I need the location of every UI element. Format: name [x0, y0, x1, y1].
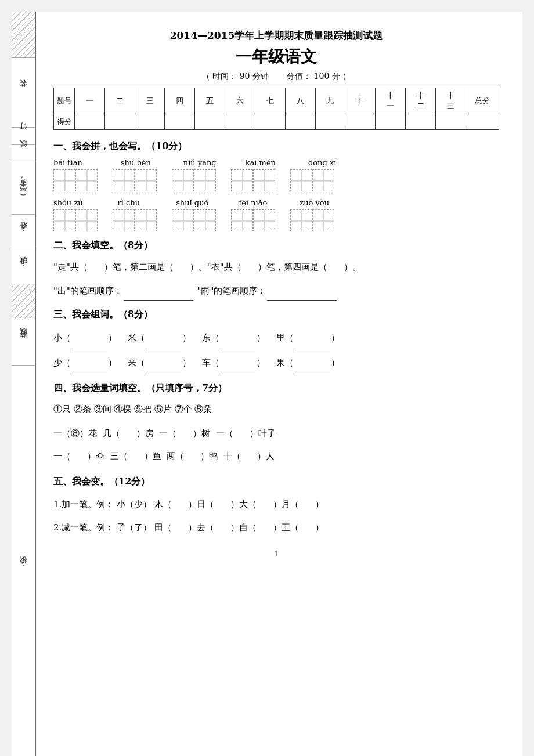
table-col-total: 总分: [466, 88, 499, 114]
table-col-12: 十二: [405, 88, 435, 114]
blank-yi-4th[interactable]: [327, 258, 344, 277]
score-cell-5[interactable]: [195, 114, 225, 130]
table-col-10: 十: [345, 88, 376, 114]
add-yue[interactable]: [299, 494, 315, 515]
section-1-title: 一、我会拼，也会写。（10分）: [53, 140, 499, 153]
write-cell[interactable]: [113, 169, 135, 191]
score-cell-4[interactable]: [165, 114, 195, 130]
write-cell[interactable]: [290, 169, 312, 191]
measure-shu[interactable]: [176, 422, 193, 445]
table-col-9: 九: [315, 88, 345, 114]
sub-zi[interactable]: [257, 517, 273, 538]
score-cell-2[interactable]: [104, 114, 135, 130]
write-cell[interactable]: [53, 209, 75, 231]
score-cell-9[interactable]: [315, 114, 345, 130]
sidebar-label-1: 装: [18, 92, 28, 93]
section-2-title: 二、我会填空。（8分）: [53, 240, 499, 252]
s5-line2: 2.减一笔。例： 子（了） 田（ ）去（ ）自（ ）王（ ）: [53, 517, 499, 538]
write-cell[interactable]: [113, 209, 135, 231]
page-title-main: 2014—2015学年上学期期末质量跟踪抽测试题: [53, 29, 499, 42]
grid-group-shuben: [113, 169, 157, 191]
write-cell[interactable]: [75, 209, 98, 231]
write-cell[interactable]: [172, 209, 194, 231]
blank-zou-strokes[interactable]: [88, 258, 104, 277]
write-cell[interactable]: [75, 169, 98, 191]
sub-wang[interactable]: [299, 517, 315, 538]
blank-zou-2nd[interactable]: [174, 258, 190, 277]
s4-row2: 一（ ）伞 三（ ）鱼 两（ ）鸭 十（ ）人: [53, 445, 499, 468]
grid-group-kaimen: [231, 169, 275, 191]
score-cell-1[interactable]: [75, 114, 105, 130]
grid-row-2: [53, 209, 499, 231]
word-guo[interactable]: [295, 363, 330, 374]
grid-row-1: [53, 169, 499, 191]
score-cell-11[interactable]: [376, 114, 406, 130]
s5-line1: 1.加一笔。例： 小（少） 木（ ）日（ ）大（ ）月（ ）: [53, 494, 499, 515]
write-cell[interactable]: [135, 209, 157, 231]
word-shao[interactable]: [72, 363, 107, 374]
sidebar-exam-number: 学(考)号：: [19, 180, 28, 196]
word-lai[interactable]: [146, 363, 181, 374]
write-cell[interactable]: [290, 209, 312, 231]
word-li[interactable]: [295, 338, 330, 349]
measure-ya[interactable]: [184, 445, 200, 468]
table-col-1: 一: [75, 88, 105, 114]
add-da[interactable]: [257, 494, 273, 515]
word-mi[interactable]: [146, 338, 181, 349]
write-cell[interactable]: [172, 169, 194, 191]
sub-tian[interactable]: [172, 517, 188, 538]
blank-chu-strokes[interactable]: [124, 289, 193, 301]
section-5-title: 五、我会变。（12分）: [53, 476, 499, 488]
score-cell-3[interactable]: [135, 114, 165, 130]
s3-row1: 小（ ） 米（ ） 东（ ） 里（ ）: [53, 327, 499, 349]
write-cell[interactable]: [135, 169, 157, 191]
score-cell-12[interactable]: [405, 114, 435, 130]
section-4-title: 四、我会选量词填空。（只填序号，7分）: [53, 382, 499, 395]
table-col-8: 八: [285, 88, 315, 114]
write-cell[interactable]: [231, 169, 253, 191]
score-cell-6[interactable]: [225, 114, 255, 130]
word-che[interactable]: [221, 363, 255, 374]
section-3-title: 三、我会组词。（8分）: [53, 309, 499, 321]
write-cell[interactable]: [53, 169, 75, 191]
table-col-7: 七: [255, 88, 285, 114]
blank-yi-strokes[interactable]: [241, 258, 258, 277]
word-dong[interactable]: [221, 338, 255, 349]
table-col-13: 十三: [435, 88, 466, 114]
s4-measures: ①只 ②条 ③间 ④棵 ⑤把 ⑥片 ⑦个 ⑧朵: [53, 400, 499, 418]
grid-group-zuoyou: [290, 209, 334, 231]
grid-group-shouzu: [53, 209, 98, 231]
word-xiao[interactable]: [72, 338, 107, 349]
s2-line2: "出"的笔画顺序： "雨"的笔画顺序：: [53, 281, 499, 301]
grid-group-richu: [113, 209, 157, 231]
write-cell[interactable]: [312, 169, 334, 191]
add-ri[interactable]: [214, 494, 230, 515]
measure-fang[interactable]: [120, 422, 136, 445]
measure-yu[interactable]: [128, 445, 144, 468]
sidebar-school: 学校：: [18, 563, 28, 570]
write-cell[interactable]: [231, 209, 253, 231]
table-score-label: 得分: [54, 114, 75, 130]
add-mu[interactable]: [172, 494, 188, 515]
table-col-3: 三: [135, 88, 165, 114]
score-cell-10[interactable]: [345, 114, 376, 130]
score-cell-13[interactable]: [435, 114, 466, 130]
measure-san[interactable]: [71, 445, 87, 468]
score-cell-7[interactable]: [255, 114, 285, 130]
sidebar-label-6: 装订线: [18, 341, 28, 344]
write-cell[interactable]: [253, 169, 275, 191]
write-cell[interactable]: [194, 209, 216, 231]
measure-yezi[interactable]: [233, 422, 250, 445]
score-cell-8[interactable]: [285, 114, 315, 130]
time-info: （ 时间： 90 分钟 分值： 100 分 ）: [53, 71, 499, 82]
score-table: 题号 一 二 三 四 五 六 七 八 九 十 十一 十二 十三 总分 得分: [53, 88, 499, 130]
table-col-4: 四: [165, 88, 195, 114]
sub-qu[interactable]: [214, 517, 230, 538]
score-cell-total[interactable]: [466, 114, 499, 130]
measure-ren[interactable]: [241, 445, 257, 468]
write-cell[interactable]: [253, 209, 275, 231]
write-cell[interactable]: [194, 169, 216, 191]
blank-yu-strokes[interactable]: [267, 289, 337, 301]
table-col-11: 十一: [376, 88, 406, 114]
write-cell[interactable]: [312, 209, 334, 231]
